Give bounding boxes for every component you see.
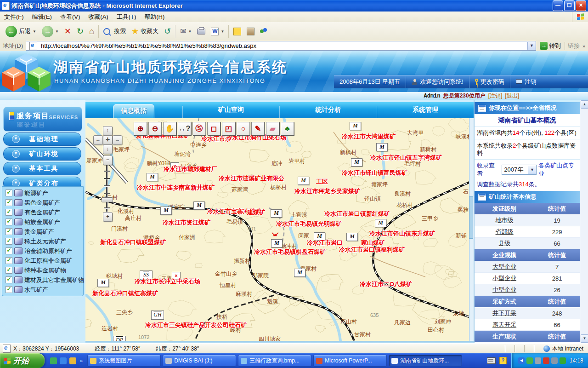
mine-label[interactable]: 冷水江市铎山镇五字湾煤矿 [370, 154, 442, 162]
layer-row[interactable]: ✓铂族金属矿产 [2, 217, 83, 227]
minimize-button[interactable]: — [553, 0, 563, 11]
layer-checkbox[interactable]: ✓ [6, 247, 12, 254]
stats-row-label[interactable]: 小型企业 [475, 273, 534, 284]
logout-button[interactable]: 注销 [510, 75, 542, 88]
address-input[interactable]: http://localhost/%e7%9f%bf%e5%b1%b1%e5%8… [26, 41, 536, 51]
layer-row[interactable]: ✓能源矿产 [2, 188, 83, 198]
print-button[interactable] [194, 28, 208, 35]
tray-display-icon[interactable] [551, 357, 558, 364]
stats-row-label[interactable]: 省部级 [475, 226, 534, 238]
stats-row-label[interactable]: 中型企业 [475, 284, 534, 296]
messenger-button[interactable] [257, 27, 270, 35]
history-button[interactable]: ↺ [161, 26, 174, 37]
layer-checkbox[interactable]: ✓ [6, 218, 12, 225]
mine-label[interactable]: 工区 [316, 178, 328, 186]
mail-button[interactable]: ✉ ▼ [177, 26, 194, 37]
task-button[interactable]: DMGIS-BAI (J:) [163, 355, 236, 367]
tray-volume-icon[interactable] [535, 357, 541, 364]
notes-button[interactable] [231, 27, 244, 36]
mine-label[interactable]: 冷水江市毛易镇光明煤矿 [276, 220, 342, 228]
start-button[interactable]: 开始 [0, 353, 45, 368]
exit-link[interactable]: [退出] [505, 92, 519, 100]
mine-label[interactable]: 冷水江市秤龙乡吴家煤矿 [294, 187, 360, 196]
stats-row-label[interactable]: 露天开采 [475, 319, 534, 331]
mine-label[interactable]: 新化县石冲口镇红寨煤矿 [92, 289, 158, 298]
zoom-in-button[interactable]: + [103, 212, 113, 222]
task-button[interactable]: 三维行政查询.bmp... [238, 355, 311, 367]
mine-point-marker[interactable]: M [147, 173, 158, 181]
mine-label[interactable]: 冷水江市长冲立中采石场 [135, 277, 200, 286]
research-button[interactable] [244, 27, 257, 36]
tray-collapse-icon[interactable]: ◀ [518, 357, 525, 364]
links-chevron-icon[interactable]: » [582, 43, 588, 49]
unselect-rect-tool[interactable]: ◰ [222, 122, 235, 135]
tab-信息概括[interactable]: 信息概括 [85, 104, 182, 118]
mine-label[interactable]: 冷水江市城郊建材厂 [164, 165, 217, 173]
pan-center-button[interactable]: ✛ [103, 135, 113, 145]
map-symbol-dpbox[interactable]: DP [113, 336, 126, 341]
pan-right-button[interactable]: → [113, 135, 122, 145]
stats-row-label-text[interactable]: 大型企业 [492, 263, 516, 270]
mine-point-marker[interactable]: M [193, 201, 205, 210]
language-help-icon[interactable]: ? [499, 357, 507, 364]
layer-checkbox[interactable]: ✓ [6, 267, 12, 274]
back-button[interactable]: ← 后退 ▼ [3, 25, 39, 38]
layer-row[interactable]: ✓化工原料非金属矿 [2, 256, 83, 265]
layer-row[interactable]: ✓稀土及元素矿产 [2, 236, 83, 246]
layer-checkbox[interactable]: ✓ [6, 228, 12, 235]
home-button[interactable]: ⌂ [86, 26, 97, 37]
year-dropdown-icon[interactable]: ▼ [528, 166, 536, 174]
mine-label[interactable]: 冷水江市二O八煤矿 [360, 280, 412, 288]
layer-checkbox[interactable]: ✓ [6, 286, 12, 293]
layer-checkbox[interactable]: ✓ [6, 209, 12, 216]
task-button[interactable]: 系统截图图片 [87, 355, 161, 367]
task-button[interactable]: Microsoft PowerP... [313, 355, 387, 367]
mine-label[interactable]: 冷水江市岩口镇福利煤矿 [339, 246, 405, 254]
pan-down-button[interactable]: ↓ [103, 144, 113, 154]
mine-label[interactable]: 冷水江市铎山镇东升煤矿 [369, 230, 435, 238]
change-password-button[interactable]: 更改密码 [469, 75, 510, 88]
zoom-out-button[interactable]: − [103, 155, 113, 165]
sidebar-group-矿山环境[interactable]: ▼矿山环境 [3, 147, 81, 161]
layer-row[interactable]: ✓水气矿产 [2, 285, 83, 294]
search-button[interactable]: 搜索 [101, 26, 129, 36]
word-dropdown-icon[interactable]: ▼ [220, 29, 224, 34]
eraser-tool[interactable]: ▰ [266, 122, 279, 135]
layer-row[interactable]: ✓建材及其它非金属矿物 [2, 275, 83, 285]
layer-row[interactable]: ✓特种非金属矿物 [2, 265, 83, 275]
menu-item[interactable]: 工具(T) [113, 12, 141, 22]
mine-point-marker[interactable]: M [271, 239, 283, 247]
stats-row-label-text[interactable]: 省部级 [496, 228, 514, 235]
tab-系统管理[interactable]: 系统管理 [377, 106, 474, 118]
select-s-tool[interactable]: Ⓢ [192, 122, 206, 135]
forward-dropdown-icon[interactable]: ▼ [55, 29, 59, 34]
measure-tool[interactable]: ↔? [178, 122, 191, 135]
favorites-button[interactable]: ★ 收藏夹 [129, 26, 161, 37]
mine-label[interactable]: 建煤矿 [247, 208, 265, 217]
tray-update-icon[interactable] [526, 357, 533, 364]
layer-checkbox[interactable]: ✓ [6, 238, 12, 245]
stats-row-label-text[interactable]: 县级 [498, 240, 510, 247]
logout-link[interactable]: [注销] [488, 92, 503, 100]
mine-label[interactable]: 冷水江市铎山镇富民煤矿 [342, 169, 407, 177]
mine-point-marker[interactable]: M [298, 177, 309, 185]
year-select[interactable]: 2007年 ▼ [502, 165, 537, 175]
quicklaunch-mail-icon[interactable] [69, 357, 76, 364]
tab-统计分析[interactable]: 统计分析 [279, 106, 377, 118]
panel-scrollbar[interactable]: ▲ ▼ [580, 100, 588, 343]
task-button[interactable]: 湖南省矿山地质环... [389, 355, 462, 367]
mail-dropdown-icon[interactable]: ▼ [188, 29, 192, 34]
menu-item[interactable]: 编辑(E) [28, 12, 56, 22]
mine-label[interactable]: 冷水江市涟溪矿业有限公 [219, 174, 284, 183]
go-button[interactable]: → 转到 [536, 42, 565, 50]
layer-checkbox[interactable]: ✓ [6, 199, 12, 206]
layer-checkbox[interactable]: ✓ [6, 276, 12, 283]
menu-item[interactable]: 查看(V) [56, 12, 84, 22]
sidebar-group-基础地理[interactable]: ▼基础地理 [3, 132, 81, 146]
mine-label[interactable]: 冷水江市大湾里煤矿 [342, 132, 396, 141]
stats-row-label-text[interactable]: 中型企业 [492, 286, 516, 293]
mine-point-marker[interactable]: M [350, 122, 361, 130]
mine-label[interactable]: 新化县石冲口镇联盟煤矿 [100, 238, 166, 247]
mine-point-marker[interactable]: M [97, 279, 109, 287]
stats-row-label-text[interactable]: 井下开采 [492, 310, 516, 316]
